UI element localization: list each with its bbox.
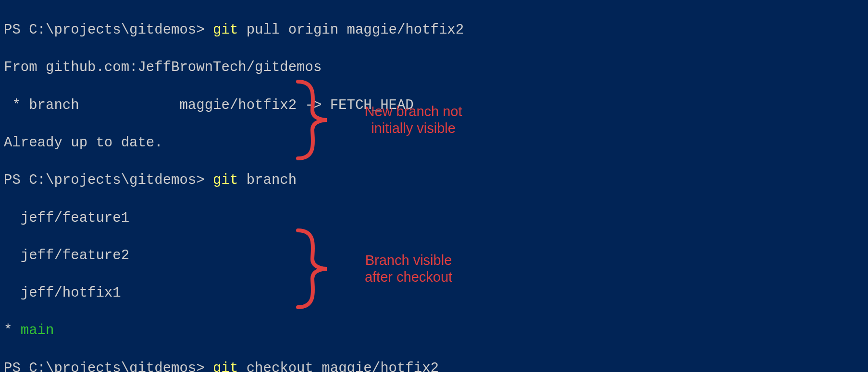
command-args: pull origin maggie/hotfix2 <box>238 22 464 38</box>
asterisk: * <box>4 323 21 338</box>
command-keyword: git <box>213 172 238 188</box>
command-keyword: git <box>213 22 238 38</box>
annotation-label: Branch visible after checkout <box>353 252 464 286</box>
terminal-line: PS C:\projects\gitdemos> git branch <box>4 171 864 190</box>
command-keyword: git <box>213 360 238 372</box>
prompt-text: PS C:\projects\gitdemos> <box>4 22 213 38</box>
prompt-text: PS C:\projects\gitdemos> <box>4 360 213 372</box>
terminal-line: PS C:\projects\gitdemos> git checkout ma… <box>4 359 864 372</box>
branch-item: jeff/hotfix1 <box>4 284 864 302</box>
current-branch-name: main <box>21 323 54 338</box>
command-args: checkout maggie/hotfix2 <box>238 360 439 372</box>
prompt-text: PS C:\projects\gitdemos> <box>4 172 213 188</box>
terminal-line: PS C:\projects\gitdemos> git pull origin… <box>4 21 864 39</box>
command-args: branch <box>238 172 297 188</box>
current-branch-line: * main <box>4 321 864 340</box>
terminal-output[interactable]: PS C:\projects\gitdemos> git pull origin… <box>4 2 864 372</box>
annotation-label: New branch not initially visible <box>351 103 476 137</box>
terminal-line: From github.com:JeffBrownTech/gitdemos <box>4 58 864 77</box>
branch-item: jeff/feature1 <box>4 209 864 228</box>
